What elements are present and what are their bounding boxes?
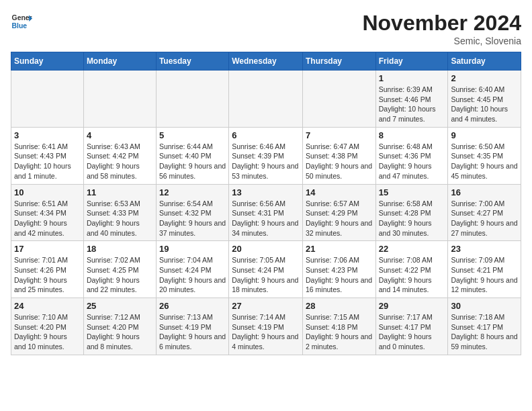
day-info: Sunrise: 6:44 AMSunset: 4:40 PMDaylight:… bbox=[159, 142, 226, 181]
day-cell: 26Sunrise: 7:13 AMSunset: 4:19 PMDayligh… bbox=[156, 298, 228, 355]
day-cell: 29Sunrise: 7:17 AMSunset: 4:17 PMDayligh… bbox=[375, 298, 448, 355]
day-cell bbox=[83, 71, 156, 128]
page-header: General Blue November 2024 Semic, Sloven… bbox=[11, 11, 521, 46]
col-header-thursday: Thursday bbox=[302, 52, 375, 71]
week-row-2: 3Sunrise: 6:41 AMSunset: 4:43 PMDaylight… bbox=[11, 127, 521, 184]
col-header-monday: Monday bbox=[83, 52, 156, 71]
day-info: Sunrise: 7:18 AMSunset: 4:17 PMDaylight:… bbox=[451, 312, 518, 352]
day-info: Sunrise: 6:41 AMSunset: 4:43 PMDaylight:… bbox=[14, 142, 81, 181]
day-info: Sunrise: 7:02 AMSunset: 4:25 PMDaylight:… bbox=[87, 255, 153, 295]
col-header-sunday: Sunday bbox=[11, 52, 84, 71]
day-cell: 20Sunrise: 7:05 AMSunset: 4:24 PMDayligh… bbox=[229, 241, 303, 298]
day-info: Sunrise: 6:54 AMSunset: 4:32 PMDaylight:… bbox=[159, 199, 226, 238]
week-row-3: 10Sunrise: 6:51 AMSunset: 4:34 PMDayligh… bbox=[11, 184, 521, 241]
month-title: November 2024 bbox=[362, 11, 521, 36]
day-cell: 25Sunrise: 7:12 AMSunset: 4:20 PMDayligh… bbox=[83, 298, 156, 355]
day-number: 23 bbox=[451, 244, 518, 254]
day-number: 3 bbox=[14, 130, 81, 140]
day-info: Sunrise: 7:17 AMSunset: 4:17 PMDaylight:… bbox=[379, 312, 445, 352]
day-number: 28 bbox=[306, 301, 373, 311]
day-info: Sunrise: 6:58 AMSunset: 4:28 PMDaylight:… bbox=[379, 199, 445, 238]
day-number: 22 bbox=[379, 244, 445, 254]
logo: General Blue bbox=[11, 11, 32, 32]
svg-text:Blue: Blue bbox=[12, 22, 28, 30]
day-number: 27 bbox=[232, 301, 300, 311]
day-cell: 17Sunrise: 7:01 AMSunset: 4:26 PMDayligh… bbox=[11, 241, 84, 298]
day-cell: 21Sunrise: 7:06 AMSunset: 4:23 PMDayligh… bbox=[302, 241, 375, 298]
day-cell bbox=[229, 71, 303, 128]
day-number: 7 bbox=[306, 130, 373, 140]
day-info: Sunrise: 6:50 AMSunset: 4:35 PMDaylight:… bbox=[451, 142, 518, 181]
day-info: Sunrise: 7:08 AMSunset: 4:22 PMDaylight:… bbox=[379, 255, 445, 295]
day-cell: 4Sunrise: 6:43 AMSunset: 4:42 PMDaylight… bbox=[83, 127, 156, 184]
day-number: 29 bbox=[379, 301, 445, 311]
day-number: 11 bbox=[87, 187, 153, 197]
col-header-tuesday: Tuesday bbox=[156, 52, 228, 71]
day-cell: 7Sunrise: 6:47 AMSunset: 4:38 PMDaylight… bbox=[302, 127, 375, 184]
day-cell: 6Sunrise: 6:46 AMSunset: 4:39 PMDaylight… bbox=[229, 127, 303, 184]
day-cell: 5Sunrise: 6:44 AMSunset: 4:40 PMDaylight… bbox=[156, 127, 228, 184]
day-number: 30 bbox=[451, 301, 518, 311]
day-info: Sunrise: 6:46 AMSunset: 4:39 PMDaylight:… bbox=[232, 142, 300, 181]
day-info: Sunrise: 6:56 AMSunset: 4:31 PMDaylight:… bbox=[232, 199, 300, 238]
day-number: 25 bbox=[87, 301, 153, 311]
day-cell: 10Sunrise: 6:51 AMSunset: 4:34 PMDayligh… bbox=[11, 184, 84, 241]
day-cell: 3Sunrise: 6:41 AMSunset: 4:43 PMDaylight… bbox=[11, 127, 84, 184]
day-cell: 30Sunrise: 7:18 AMSunset: 4:17 PMDayligh… bbox=[448, 298, 521, 355]
day-info: Sunrise: 7:05 AMSunset: 4:24 PMDaylight:… bbox=[232, 255, 300, 295]
day-info: Sunrise: 7:01 AMSunset: 4:26 PMDaylight:… bbox=[14, 255, 81, 295]
day-info: Sunrise: 6:57 AMSunset: 4:29 PMDaylight:… bbox=[306, 199, 373, 238]
col-header-friday: Friday bbox=[375, 52, 448, 71]
day-number: 5 bbox=[159, 130, 226, 140]
day-info: Sunrise: 6:39 AMSunset: 4:46 PMDaylight:… bbox=[379, 85, 445, 124]
day-info: Sunrise: 6:51 AMSunset: 4:34 PMDaylight:… bbox=[14, 199, 81, 238]
day-cell: 2Sunrise: 6:40 AMSunset: 4:45 PMDaylight… bbox=[448, 71, 521, 128]
day-cell: 16Sunrise: 7:00 AMSunset: 4:27 PMDayligh… bbox=[448, 184, 521, 241]
col-header-wednesday: Wednesday bbox=[229, 52, 303, 71]
week-row-5: 24Sunrise: 7:10 AMSunset: 4:20 PMDayligh… bbox=[11, 298, 521, 355]
day-number: 26 bbox=[159, 301, 226, 311]
week-row-1: 1Sunrise: 6:39 AMSunset: 4:46 PMDaylight… bbox=[11, 71, 521, 128]
day-number: 1 bbox=[379, 73, 445, 83]
day-cell: 11Sunrise: 6:53 AMSunset: 4:33 PMDayligh… bbox=[83, 184, 156, 241]
day-cell: 19Sunrise: 7:04 AMSunset: 4:24 PMDayligh… bbox=[156, 241, 228, 298]
day-cell: 14Sunrise: 6:57 AMSunset: 4:29 PMDayligh… bbox=[302, 184, 375, 241]
day-cell: 18Sunrise: 7:02 AMSunset: 4:25 PMDayligh… bbox=[83, 241, 156, 298]
day-number: 18 bbox=[87, 244, 153, 254]
logo-icon: General Blue bbox=[11, 11, 32, 32]
header-row: SundayMondayTuesdayWednesdayThursdayFrid… bbox=[11, 52, 521, 71]
day-cell: 9Sunrise: 6:50 AMSunset: 4:35 PMDaylight… bbox=[448, 127, 521, 184]
day-cell: 8Sunrise: 6:48 AMSunset: 4:36 PMDaylight… bbox=[375, 127, 448, 184]
day-number: 16 bbox=[451, 187, 518, 197]
day-info: Sunrise: 7:13 AMSunset: 4:19 PMDaylight:… bbox=[159, 312, 226, 352]
day-number: 4 bbox=[87, 130, 153, 140]
title-block: November 2024 Semic, Slovenia bbox=[362, 11, 521, 46]
day-info: Sunrise: 6:48 AMSunset: 4:36 PMDaylight:… bbox=[379, 142, 445, 181]
day-info: Sunrise: 7:06 AMSunset: 4:23 PMDaylight:… bbox=[306, 255, 373, 295]
location: Semic, Slovenia bbox=[362, 36, 521, 46]
day-cell: 12Sunrise: 6:54 AMSunset: 4:32 PMDayligh… bbox=[156, 184, 228, 241]
day-info: Sunrise: 6:53 AMSunset: 4:33 PMDaylight:… bbox=[87, 199, 153, 238]
week-row-4: 17Sunrise: 7:01 AMSunset: 4:26 PMDayligh… bbox=[11, 241, 521, 298]
day-number: 17 bbox=[14, 244, 81, 254]
day-info: Sunrise: 6:43 AMSunset: 4:42 PMDaylight:… bbox=[87, 142, 153, 181]
day-info: Sunrise: 6:47 AMSunset: 4:38 PMDaylight:… bbox=[306, 142, 373, 181]
day-cell: 23Sunrise: 7:09 AMSunset: 4:21 PMDayligh… bbox=[448, 241, 521, 298]
day-number: 9 bbox=[451, 130, 518, 140]
day-number: 12 bbox=[159, 187, 226, 197]
day-info: Sunrise: 7:00 AMSunset: 4:27 PMDaylight:… bbox=[451, 199, 518, 238]
calendar-table: SundayMondayTuesdayWednesdayThursdayFrid… bbox=[11, 52, 521, 355]
day-cell bbox=[11, 71, 84, 128]
day-cell: 13Sunrise: 6:56 AMSunset: 4:31 PMDayligh… bbox=[229, 184, 303, 241]
day-number: 6 bbox=[232, 130, 300, 140]
day-cell: 15Sunrise: 6:58 AMSunset: 4:28 PMDayligh… bbox=[375, 184, 448, 241]
day-number: 24 bbox=[14, 301, 81, 311]
day-cell: 27Sunrise: 7:14 AMSunset: 4:19 PMDayligh… bbox=[229, 298, 303, 355]
day-info: Sunrise: 7:12 AMSunset: 4:20 PMDaylight:… bbox=[87, 312, 153, 352]
day-cell: 24Sunrise: 7:10 AMSunset: 4:20 PMDayligh… bbox=[11, 298, 84, 355]
day-cell: 28Sunrise: 7:15 AMSunset: 4:18 PMDayligh… bbox=[302, 298, 375, 355]
day-number: 19 bbox=[159, 244, 226, 254]
day-info: Sunrise: 7:15 AMSunset: 4:18 PMDaylight:… bbox=[306, 312, 373, 352]
day-number: 20 bbox=[232, 244, 300, 254]
day-number: 8 bbox=[379, 130, 445, 140]
